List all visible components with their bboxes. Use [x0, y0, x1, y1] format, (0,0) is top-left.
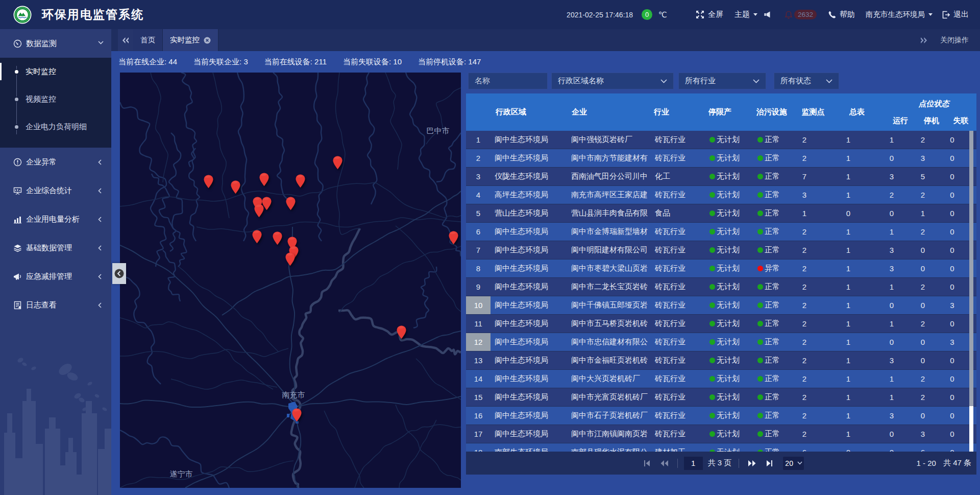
map-pin-2[interactable]	[231, 180, 240, 194]
tab-首页[interactable]: 首页	[133, 29, 163, 51]
cell-stop: 0	[918, 241, 945, 259]
table-row-7[interactable]: 7阆中生态环境局阆中明阳建材有限公司砖瓦行业无计划正常21300	[466, 241, 976, 260]
table-row-2[interactable]: 2阆中生态环境局阆中市南方节能建材有砖瓦行业无计划正常21030	[466, 149, 976, 168]
region-filter-select[interactable]: 行政区域名称	[551, 73, 674, 89]
map-pin-9[interactable]	[286, 197, 296, 210]
table-row-1[interactable]: 1阆中生态环境局阆中强锐页岩砖厂砖瓦行业无计划正常21120	[466, 131, 976, 149]
cell-rownum: 7	[466, 241, 491, 259]
sidebar-item-视频监控[interactable]: 视频监控	[0, 85, 111, 113]
industry-filter-select[interactable]: 所有行业	[678, 73, 766, 89]
status-dot-icon	[757, 358, 763, 363]
map-pin-11[interactable]	[273, 231, 282, 245]
table-row-18[interactable]: 18南部生态环境局南部县砚华水泥有限公建材加工无计划正常60060	[466, 443, 976, 452]
table-row-5[interactable]: 5营山生态环境局营山县润丰肉食品有限食品无计划正常10010	[466, 204, 976, 223]
total-pages-label: 共 3 页	[708, 458, 732, 468]
notification-bell[interactable]: 2632	[785, 10, 817, 19]
map-pin-4[interactable]	[296, 174, 305, 188]
theme-dropdown[interactable]: 主题	[734, 10, 757, 19]
map-collapse-button[interactable]	[112, 263, 126, 284]
table-row-14[interactable]: 14阆中生态环境局阆中大兴页岩机砖厂砖瓦行业无计划正常21120	[466, 370, 976, 388]
map-panel[interactable]: 巴中市南充市遂宁市	[120, 73, 461, 488]
map-pin-16[interactable]	[397, 325, 406, 339]
table-row-11[interactable]: 11阆中生态环境局阆中市五马桥页岩机砖砖瓦行业无计划正常21120	[466, 315, 976, 333]
sidebar-item-企业电力负荷明细[interactable]: 企业电力负荷明细	[0, 113, 111, 140]
table-row-6[interactable]: 6阆中生态环境局阆中市金博瑞新型墙材砖瓦行业无计划正常21120	[466, 223, 976, 241]
sidebar-group-企业异常[interactable]: 企业异常	[0, 148, 111, 176]
map-pin-10[interactable]	[252, 230, 262, 244]
cell-facility: 正常	[756, 204, 795, 222]
sidebar-group-企业用电量分析[interactable]: 企业用电量分析	[0, 205, 111, 233]
stat-label: 当前失联设备	[343, 57, 389, 66]
chevron-down-icon	[753, 79, 760, 83]
help-button[interactable]: 帮助	[828, 10, 855, 19]
cell-facility: 正常	[756, 351, 795, 369]
header-stop[interactable]: 停机	[918, 116, 945, 126]
table-row-16[interactable]: 16阆中生态环境局阆中市石子页岩机砖厂砖瓦行业无计划正常21300	[466, 407, 976, 425]
map-pin-15[interactable]	[449, 231, 458, 245]
table-row-15[interactable]: 15阆中生态环境局阆中市光富页岩机砖厂砖瓦行业无计划正常21120	[466, 388, 976, 407]
status-filter-select[interactable]: 所有状态	[774, 73, 839, 89]
table-row-17[interactable]: 17阆中生态环境局阆中市江南镇阆南页岩砖瓦行业无计划正常21030	[466, 425, 976, 443]
scrollbar-thumb[interactable]	[969, 406, 973, 452]
status-dot-icon	[757, 321, 763, 326]
cell-restriction: 无计划	[708, 333, 756, 351]
map-pin-1[interactable]	[204, 175, 213, 188]
tabs-scroll-right-button[interactable]	[920, 37, 928, 44]
map-pin-3[interactable]	[259, 173, 269, 186]
cell-run: 1	[883, 278, 918, 296]
map-pin-17[interactable]	[292, 408, 302, 422]
header-monitor[interactable]: 监测点	[795, 93, 831, 131]
header-restriction[interactable]: 停限产	[708, 93, 756, 131]
double-chevron-right-icon	[920, 37, 928, 44]
tabs-scroll-left-button[interactable]	[118, 29, 133, 51]
header-facility[interactable]: 治污设施	[756, 93, 795, 131]
table-row-10[interactable]: 10阆中生态环境局阆中千佛镇五郎垭页岩砖瓦行业无计划正常21003	[466, 296, 976, 315]
first-page-button[interactable]	[643, 460, 651, 467]
table-row-4[interactable]: 4高坪生态环境局南充市高坪区王家店建砖瓦行业无计划正常31220	[466, 186, 976, 204]
close-icon[interactable]	[204, 37, 211, 44]
sidebar-group-基础数据管理[interactable]: 基础数据管理	[0, 233, 111, 262]
sound-button[interactable]	[764, 11, 771, 18]
sidebar-group-日志查看[interactable]: 日志查看	[0, 291, 111, 319]
table-row-9[interactable]: 9阆中生态环境局阆中市二龙长宝页岩砖砖瓦行业无计划正常21120	[466, 278, 976, 296]
org-dropdown[interactable]: 南充市生态环境局	[866, 10, 933, 19]
header-lost[interactable]: 失联	[945, 116, 977, 126]
header-run[interactable]: 运行	[883, 116, 918, 126]
header-point-status: 点位状态	[883, 93, 977, 110]
tab-实时监控[interactable]: 实时监控	[163, 29, 218, 51]
sidebar-group-企业综合统计[interactable]: 企业综合统计	[0, 176, 111, 205]
logout-button[interactable]: 退出	[942, 10, 969, 19]
table-row-8[interactable]: 8阆中生态环境局阆中市枣碧大梁山页岩砖瓦行业无计划异常21300	[466, 260, 976, 278]
status-dot-icon	[757, 174, 763, 179]
header-company[interactable]: 企业	[571, 93, 653, 131]
sidebar-item-实时监控[interactable]: 实时监控	[0, 58, 111, 85]
table-row-13[interactable]: 13阆中生态环境局阆中市金福旺页岩机砖砖瓦行业无计划正常21300	[466, 351, 976, 370]
bullet-dot	[14, 97, 19, 102]
sidebar-group-应急减排管理[interactable]: 应急减排管理	[0, 262, 111, 291]
page-size-select[interactable]: 20	[783, 457, 804, 470]
page-number-input[interactable]	[684, 457, 703, 470]
cell-industry: 建材加工	[653, 443, 708, 452]
cell-rownum: 14	[466, 370, 491, 388]
table-row-12[interactable]: 12阆中生态环境局阆中市忠信建材有限公砖瓦行业无计划正常21003	[466, 333, 976, 351]
cell-run: 3	[883, 351, 918, 369]
next-page-button[interactable]	[748, 460, 756, 467]
chart-icon	[13, 215, 22, 224]
header-total[interactable]: 总表	[831, 93, 883, 131]
header-industry[interactable]: 行业	[653, 93, 708, 131]
fullscreen-button[interactable]: 全屏	[696, 10, 723, 19]
map-pin-5[interactable]	[333, 156, 342, 170]
name-filter-input[interactable]: 名称	[468, 73, 548, 89]
cell-run: 1	[883, 131, 918, 149]
close-operations-button[interactable]: 关闭操作	[940, 36, 969, 45]
map-pin-14[interactable]	[285, 252, 295, 266]
table-scrollbar[interactable]	[969, 131, 973, 452]
prev-page-button[interactable]	[660, 460, 669, 467]
map-pin-8[interactable]	[254, 204, 264, 218]
last-page-button[interactable]	[766, 460, 773, 467]
table-row-3[interactable]: 3仪陇生态环境局西南油气田分公司川中化工无计划正常71350	[466, 168, 976, 186]
sidebar-group-数据监测[interactable]: 数据监测	[0, 29, 111, 58]
cell-facility: 正常	[756, 388, 795, 406]
header-region[interactable]: 行政区域	[491, 93, 571, 131]
cell-stop: 2	[918, 315, 945, 333]
